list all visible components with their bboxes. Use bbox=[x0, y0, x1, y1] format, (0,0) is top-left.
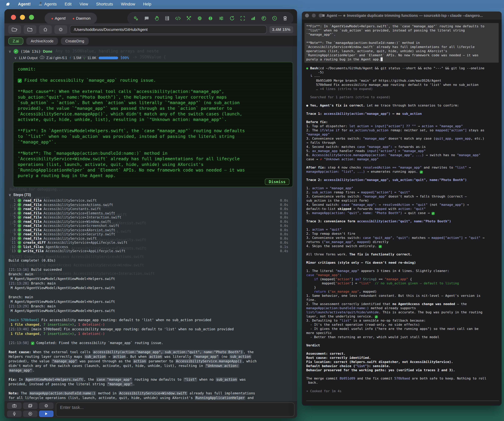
step-row[interactable]: 2✓read_fileAccessibilityService+Actions.… bbox=[10, 203, 288, 207]
menu-item-view[interactable]: View bbox=[79, 2, 88, 6]
step-tool: read_file bbox=[23, 211, 42, 215]
text-line bbox=[9, 345, 294, 350]
text-line: The merge commit 8b951d09 and the fix co… bbox=[306, 376, 499, 380]
code-icon[interactable] bbox=[175, 16, 181, 21]
step-row[interactable]: 3✓read_fileAccessibilityConstants.swift0… bbox=[10, 207, 288, 211]
menu-item-agent[interactable]: Agent! bbox=[18, 2, 30, 6]
chip-icon[interactable] bbox=[197, 16, 202, 21]
steps-header[interactable]: ∨ Steps (73) bbox=[9, 193, 297, 197]
zoom-button[interactable] bbox=[29, 15, 34, 20]
text-line: } bbox=[306, 285, 499, 290]
text-line: 3. Convenience verbs switch: "manage_app… bbox=[306, 194, 499, 199]
step-number: 1 bbox=[10, 199, 16, 202]
menu-item-edit[interactable]: Edit bbox=[65, 2, 72, 6]
text-line: 2. The if/else if for ax_action/sub_acti… bbox=[306, 128, 499, 132]
tokens-up: 1.5M bbox=[73, 56, 81, 60]
workflow-tab-archivexcode[interactable]: ArchiveXcode bbox=[26, 37, 58, 45]
text-line: [21:13:40] [main 570b9aed] Fix accessibi… bbox=[9, 327, 294, 332]
text-line: -5) bbox=[306, 70, 499, 74]
gears-icon[interactable] bbox=[133, 16, 138, 21]
step-row[interactable]: 4✓read_fileAccessibilityService+Elements… bbox=[10, 211, 288, 215]
window-tab-agent[interactable]: ●Agent! bbox=[51, 16, 66, 21]
run-task-button[interactable] bbox=[39, 410, 54, 417]
tokens-down: 11.8K bbox=[87, 56, 96, 60]
tools-icon[interactable] bbox=[186, 16, 192, 21]
task-input[interactable]: Enter task... bbox=[56, 403, 294, 417]
brain-icon[interactable] bbox=[208, 16, 213, 21]
step-number: 9 bbox=[10, 232, 16, 236]
path-field[interactable]: /Users/toddbruss/Documents/GitHub/Agent bbox=[70, 25, 267, 34]
step-row[interactable]: 6✓read_fileAccessibilityService+Window.s… bbox=[10, 219, 288, 224]
step-number: 3 bbox=[10, 207, 16, 211]
menu-item-agents[interactable]: Agents bbox=[39, 2, 57, 7]
close-button[interactable] bbox=[11, 15, 16, 20]
clear-circle-icon[interactable] bbox=[39, 403, 54, 409]
zoom-button[interactable] bbox=[319, 14, 323, 18]
step-number: 10 bbox=[10, 237, 16, 240]
menu-item-window[interactable]: Window bbox=[121, 2, 135, 6]
undo-icon[interactable] bbox=[261, 16, 266, 21]
workflow-tab-z.ai[interactable]: Z.ai bbox=[8, 37, 23, 45]
photos-icon[interactable] bbox=[23, 403, 37, 409]
terminal-body[interactable]: **Fix**: In `AgentViewModel+Helpers.swif… bbox=[302, 19, 502, 406]
step-row[interactable]: 8✓read_fileAccessibilityService+AXorcist… bbox=[10, 228, 288, 232]
text-line: Trace 3: convenience form accessibility(… bbox=[306, 219, 499, 223]
close-button[interactable] bbox=[305, 14, 309, 18]
sliders-icon[interactable] bbox=[219, 16, 224, 21]
text-line: ✓ Fixed the accessibility `manage_app` r… bbox=[18, 77, 288, 83]
clear-path-button[interactable] bbox=[54, 25, 67, 34]
apple-icon[interactable] bbox=[6, 2, 10, 6]
task-input-bar: Enter task... bbox=[4, 401, 297, 418]
mic-icon[interactable] bbox=[7, 410, 22, 417]
server-icon[interactable] bbox=[165, 16, 170, 21]
text-line: [main 570b9aed] Fix accessibility manage… bbox=[9, 318, 294, 322]
step-row[interactable]: 10✓read_fileAccessibilityService.swift0.… bbox=[10, 236, 288, 241]
chat-bubble-icon[interactable] bbox=[144, 16, 149, 21]
minimize-button[interactable] bbox=[312, 14, 316, 18]
text-line: 4. Second switch: case "manage_app": → r… bbox=[306, 203, 499, 207]
text-line: case "manage_app": bbox=[306, 273, 499, 277]
home-button[interactable] bbox=[39, 25, 52, 34]
step-argument: AccessibilityService.swift bbox=[44, 199, 97, 202]
hand-icon[interactable] bbox=[155, 16, 159, 21]
window-tab-daemon[interactable]: ●Daemon bbox=[72, 16, 91, 21]
step-row[interactable]: 5✓read_fileAccessibilityService+Interact… bbox=[10, 215, 288, 219]
text-line: 570b9aed Fix accessibility manage_app ro… bbox=[306, 83, 499, 87]
prompt-line[interactable]: > bbox=[306, 402, 499, 406]
voice-icon[interactable] bbox=[23, 410, 37, 417]
folder-menu-button[interactable] bbox=[8, 25, 21, 34]
step-row[interactable]: 13✓write_fileAccessibilityService+AppLif… bbox=[10, 249, 288, 253]
frame-icon[interactable] bbox=[240, 16, 245, 21]
step-number: 13 bbox=[10, 249, 16, 253]
step-duration: 0.0s bbox=[280, 199, 288, 202]
history-icon[interactable] bbox=[272, 16, 277, 21]
text-line: Searched for 1 pattern (ctrl+o to expand… bbox=[306, 95, 499, 99]
step-argument: AccessibilityService+Elements.swift bbox=[44, 211, 115, 215]
run-header[interactable]: ∨ ✓ (16m 13s) Done bbox=[9, 49, 297, 54]
menu-item-help[interactable]: Help bbox=[143, 2, 151, 6]
text-line: `"manage_app"`. bbox=[306, 32, 497, 37]
trash-icon[interactable] bbox=[283, 16, 288, 21]
refresh-icon[interactable] bbox=[229, 16, 235, 21]
text-line bbox=[18, 83, 288, 89]
status-dot: ● bbox=[72, 16, 75, 20]
step-row[interactable]: 11✓create_diffAccessibilityService+AppLi… bbox=[10, 241, 288, 245]
step-argument: AccessibilityService+Screenshot.swift bbox=[44, 224, 119, 228]
text-line: After fix: step 4 now checks resolvedAct… bbox=[306, 166, 499, 170]
text-line: case → ✗ "Unknown action: manage_app" bbox=[306, 157, 499, 161]
dismiss-button[interactable]: Dismiss bbox=[265, 178, 289, 185]
agent-output-panel: /// Convert Any to JSONValue, handling a… bbox=[4, 46, 297, 401]
camera-icon[interactable] bbox=[7, 403, 22, 409]
step-row[interactable]: 12✓list_filesAgentAccess0.1s bbox=[10, 245, 288, 249]
step-row[interactable]: 7✓read_fileAccessibilityService+Screensh… bbox=[10, 224, 288, 228]
llm-output-row[interactable]: ∨ LLM Output Z.ai / glm-5.1 ↑ 1.5M ↓ 11.… bbox=[14, 56, 297, 60]
step-duration: 0.4s bbox=[280, 249, 288, 253]
step-row[interactable]: 1✓read_fileAccessibilityService.swift0.0… bbox=[10, 198, 288, 203]
new-folder-button[interactable] bbox=[24, 25, 36, 34]
text-line: M Agent/AgentViewModel/AgentViewModel+He… bbox=[9, 308, 294, 313]
workflow-tab-createdmg[interactable]: CreateDmg bbox=[61, 37, 89, 45]
menu-item-shortcuts[interactable]: Shortcuts bbox=[96, 2, 113, 6]
minimize-button[interactable] bbox=[20, 15, 25, 20]
bar-chart-icon[interactable] bbox=[251, 16, 256, 21]
step-row[interactable]: 9✓read_fileAccessibilityService+Security… bbox=[10, 232, 288, 236]
